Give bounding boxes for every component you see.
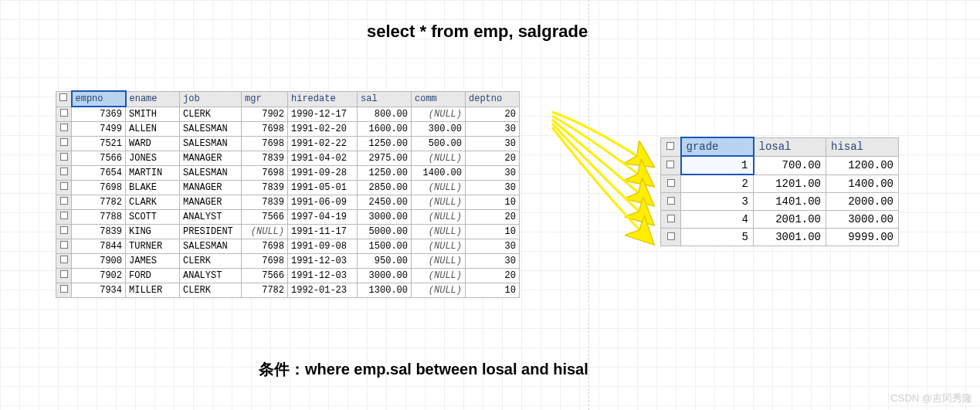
- cell-empno[interactable]: 7844: [72, 239, 126, 254]
- cell-deptno[interactable]: 20: [466, 151, 520, 166]
- col-deptno[interactable]: deptno: [466, 91, 520, 107]
- row-checkbox[interactable]: [56, 122, 72, 137]
- table-row[interactable]: 7839KINGPRESIDENT(NULL)1991-11-175000.00…: [56, 225, 520, 239]
- col-empno[interactable]: empno: [72, 91, 126, 107]
- cell-grade[interactable]: 1: [681, 156, 754, 175]
- cell-ename[interactable]: JONES: [126, 151, 180, 166]
- cell-deptno[interactable]: 10: [466, 195, 520, 210]
- cell-deptno[interactable]: 10: [466, 225, 520, 239]
- cell-comm[interactable]: (NULL): [412, 239, 466, 254]
- row-checkbox[interactable]: [56, 107, 72, 122]
- cell-job[interactable]: ANALYST: [180, 210, 242, 225]
- row-checkbox[interactable]: [661, 156, 681, 175]
- cell-deptno[interactable]: 30: [466, 254, 520, 269]
- cell-hisal[interactable]: 9999.00: [826, 229, 899, 246]
- cell-losal[interactable]: 1201.00: [754, 175, 826, 193]
- cell-hisal[interactable]: 1200.00: [826, 156, 899, 175]
- cell-hiredate[interactable]: 1991-06-09: [288, 195, 358, 210]
- cell-comm[interactable]: 300.00: [412, 122, 466, 137]
- cell-job[interactable]: PRESIDENT: [180, 225, 242, 239]
- cell-mgr[interactable]: 7902: [242, 107, 288, 122]
- cell-job[interactable]: SALESMAN: [180, 166, 242, 181]
- row-checkbox[interactable]: [56, 254, 72, 269]
- cell-mgr[interactable]: (NULL): [242, 225, 288, 239]
- cell-sal[interactable]: 2450.00: [358, 195, 412, 210]
- cell-ename[interactable]: WARD: [126, 137, 180, 151]
- cell-losal[interactable]: 1401.00: [754, 193, 826, 211]
- cell-empno[interactable]: 7521: [72, 137, 126, 151]
- cell-deptno[interactable]: 30: [466, 181, 520, 195]
- table-row[interactable]: 7934MILLERCLERK77821992-01-231300.00(NUL…: [56, 283, 520, 298]
- cell-mgr[interactable]: 7839: [242, 195, 288, 210]
- col-hisal[interactable]: hisal: [826, 137, 899, 156]
- cell-ename[interactable]: KING: [126, 225, 180, 239]
- cell-losal[interactable]: 2001.00: [754, 211, 826, 229]
- cell-empno[interactable]: 7900: [72, 254, 126, 269]
- cell-empno[interactable]: 7698: [72, 181, 126, 195]
- table-row[interactable]: 7900JAMESCLERK76981991-12-03950.00(NULL)…: [56, 254, 520, 269]
- cell-sal[interactable]: 5000.00: [358, 225, 412, 239]
- cell-mgr[interactable]: 7839: [242, 181, 288, 195]
- table-row[interactable]: 7782CLARKMANAGER78391991-06-092450.00(NU…: [56, 195, 520, 210]
- salgrade-data-grid[interactable]: grade losal hisal 1700.001200.0021201.00…: [660, 137, 899, 246]
- cell-comm[interactable]: (NULL): [412, 195, 466, 210]
- cell-sal[interactable]: 3000.00: [358, 269, 412, 283]
- cell-job[interactable]: CLERK: [180, 254, 242, 269]
- cell-deptno[interactable]: 20: [466, 107, 520, 122]
- cell-job[interactable]: SALESMAN: [180, 137, 242, 151]
- cell-mgr[interactable]: 7566: [242, 210, 288, 225]
- cell-comm[interactable]: 1400.00: [412, 166, 466, 181]
- cell-empno[interactable]: 7654: [72, 166, 126, 181]
- cell-empno[interactable]: 7369: [72, 107, 126, 122]
- cell-hiredate[interactable]: 1991-12-03: [288, 254, 358, 269]
- checkbox-header[interactable]: [661, 137, 681, 156]
- table-row[interactable]: 7698BLAKEMANAGER78391991-05-012850.00(NU…: [56, 181, 520, 195]
- col-ename[interactable]: ename: [126, 91, 180, 107]
- cell-grade[interactable]: 5: [681, 229, 754, 246]
- row-checkbox[interactable]: [661, 229, 681, 246]
- cell-empno[interactable]: 7782: [72, 195, 126, 210]
- col-comm[interactable]: comm: [412, 91, 466, 107]
- table-row[interactable]: 7566JONESMANAGER78391991-04-022975.00(NU…: [56, 151, 520, 166]
- cell-empno[interactable]: 7566: [72, 151, 126, 166]
- table-row[interactable]: 42001.003000.00: [661, 211, 899, 229]
- cell-job[interactable]: SALESMAN: [180, 122, 242, 137]
- cell-ename[interactable]: TURNER: [126, 239, 180, 254]
- cell-deptno[interactable]: 30: [466, 122, 520, 137]
- cell-job[interactable]: CLERK: [180, 283, 242, 298]
- cell-mgr[interactable]: 7782: [242, 283, 288, 298]
- col-mgr[interactable]: mgr: [242, 91, 288, 107]
- cell-empno[interactable]: 7499: [72, 122, 126, 137]
- cell-hiredate[interactable]: 1997-04-19: [288, 210, 358, 225]
- cell-ename[interactable]: MILLER: [126, 283, 180, 298]
- table-row[interactable]: 31401.002000.00: [661, 193, 899, 211]
- row-checkbox[interactable]: [56, 166, 72, 181]
- col-grade[interactable]: grade: [681, 137, 754, 156]
- row-checkbox[interactable]: [56, 269, 72, 283]
- row-checkbox[interactable]: [56, 181, 72, 195]
- checkbox-header[interactable]: [56, 91, 72, 107]
- col-hiredate[interactable]: hiredate: [288, 91, 358, 107]
- cell-hiredate[interactable]: 1991-12-03: [288, 269, 358, 283]
- cell-mgr[interactable]: 7698: [242, 239, 288, 254]
- cell-mgr[interactable]: 7839: [242, 151, 288, 166]
- cell-ename[interactable]: SMITH: [126, 107, 180, 122]
- col-losal[interactable]: losal: [754, 137, 826, 156]
- cell-sal[interactable]: 1250.00: [358, 137, 412, 151]
- row-checkbox[interactable]: [56, 195, 72, 210]
- cell-losal[interactable]: 700.00: [754, 156, 826, 175]
- cell-empno[interactable]: 7934: [72, 283, 126, 298]
- cell-hisal[interactable]: 2000.00: [826, 193, 899, 211]
- cell-comm[interactable]: (NULL): [412, 210, 466, 225]
- cell-hiredate[interactable]: 1991-04-02: [288, 151, 358, 166]
- cell-sal[interactable]: 950.00: [358, 254, 412, 269]
- cell-job[interactable]: ANALYST: [180, 269, 242, 283]
- cell-ename[interactable]: MARTIN: [126, 166, 180, 181]
- cell-empno[interactable]: 7902: [72, 269, 126, 283]
- table-row[interactable]: 7499ALLENSALESMAN76981991-02-201600.0030…: [56, 122, 520, 137]
- cell-hiredate[interactable]: 1991-02-22: [288, 137, 358, 151]
- cell-ename[interactable]: BLAKE: [126, 181, 180, 195]
- cell-mgr[interactable]: 7698: [242, 254, 288, 269]
- cell-job[interactable]: MANAGER: [180, 181, 242, 195]
- cell-job[interactable]: MANAGER: [180, 151, 242, 166]
